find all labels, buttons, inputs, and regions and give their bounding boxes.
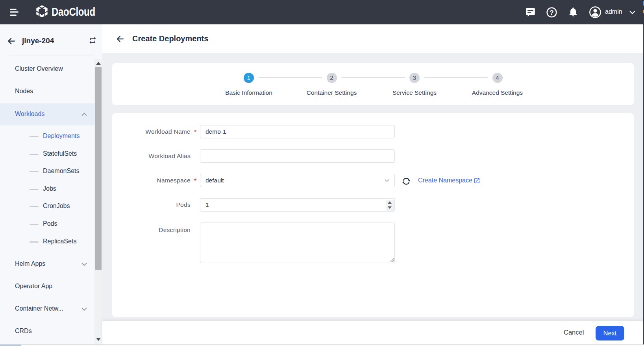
svg-text:?: ? (550, 9, 553, 17)
